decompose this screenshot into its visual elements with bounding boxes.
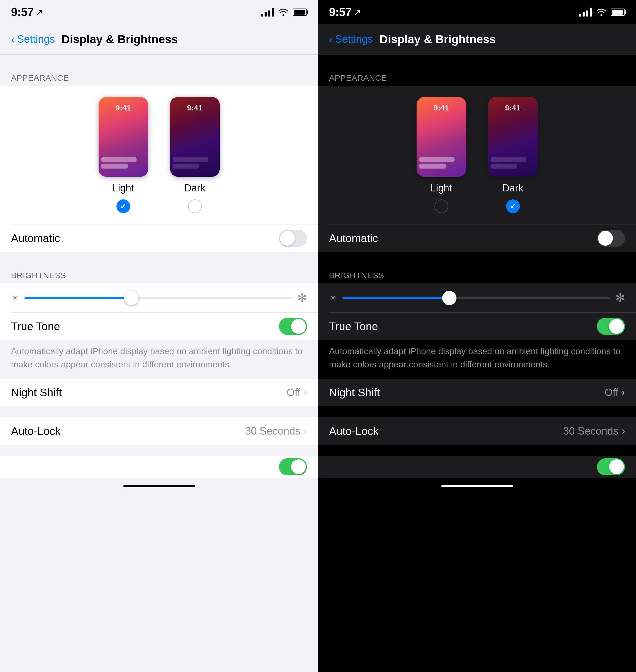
back-chevron-light: ‹: [11, 34, 15, 45]
dark-mode-radio[interactable]: [188, 199, 202, 213]
nav-bar-dark: ‹ Settings Display & Brightness: [318, 24, 636, 55]
brightness-section-dark: ☀ ✻ True Tone: [318, 283, 636, 340]
spacer-3-dark: [318, 406, 636, 417]
partial-toggle-light: [279, 458, 307, 475]
appearance-option-dark[interactable]: 9:41 Dark: [170, 97, 220, 213]
brightness-row-dark: ☀ ✻: [318, 283, 636, 312]
true-tone-note-light: Automatically adapt iPhone display based…: [0, 340, 318, 379]
brightness-track-dark[interactable]: [342, 297, 610, 299]
appearance-options-dark: 9:41 Light 9:41: [318, 86, 636, 224]
dark-mode-label-d: Dark: [502, 182, 523, 194]
appearance-options-light: 9:41 Light 9:41: [0, 86, 318, 224]
brightness-fill-light: [24, 297, 131, 299]
phone-preview-light-d: 9:41: [417, 97, 466, 177]
brightness-thumb-dark[interactable]: [442, 291, 456, 305]
automatic-label-dark: Automatic: [329, 232, 597, 244]
true-tone-label-light: True Tone: [11, 320, 279, 333]
signal-bars-light: [261, 8, 274, 17]
autolock-label-light: Auto-Lock: [11, 425, 245, 437]
true-tone-note-dark: Automatically adapt iPhone display based…: [318, 340, 636, 379]
night-shift-label-light: Night Shift: [11, 387, 286, 399]
spacer-2-light: [0, 252, 318, 263]
autolock-chevron-dark: ›: [622, 425, 625, 437]
location-icon-dark: ↗: [354, 7, 361, 17]
brightness-thumb-light[interactable]: [124, 291, 138, 305]
phone-time-dark: 9:41: [170, 103, 220, 112]
signal-bar-d2: [582, 12, 585, 17]
signal-bars-dark: [579, 8, 592, 17]
autolock-row-light[interactable]: Auto-Lock 30 Seconds ›: [0, 417, 318, 445]
signal-bar-3: [268, 11, 271, 17]
autolock-section-dark: Auto-Lock 30 Seconds ›: [318, 417, 636, 445]
automatic-row-light[interactable]: Automatic: [0, 224, 318, 252]
wifi-icon-light: [278, 8, 288, 16]
automatic-toggle-light[interactable]: [279, 230, 307, 247]
appearance-section-dark: 9:41 Light 9:41: [318, 86, 636, 252]
true-tone-label-dark: True Tone: [329, 320, 597, 333]
automatic-toggle-dark[interactable]: [597, 230, 625, 247]
night-shift-value-light: Off: [286, 387, 300, 398]
brightness-fill-dark: [342, 297, 449, 299]
appearance-header-light: APPEARANCE: [0, 65, 318, 86]
status-bar-dark: 9:57 ↗: [318, 0, 636, 24]
true-tone-toggle-dark[interactable]: [597, 318, 625, 335]
spacer-4-light: [0, 445, 318, 456]
light-mode-radio-d[interactable]: [435, 199, 448, 213]
true-tone-row-light[interactable]: True Tone: [0, 313, 318, 340]
phone-preview-dark: 9:41: [170, 97, 220, 177]
autolock-value-dark: 30 Seconds: [563, 425, 618, 437]
dark-mode-label: Dark: [184, 182, 205, 194]
signal-bar-d4: [590, 8, 592, 17]
true-tone-row-dark[interactable]: True Tone: [318, 313, 636, 340]
content-dark: APPEARANCE 9:41 Light: [318, 55, 636, 672]
autolock-row-dark[interactable]: Auto-Lock 30 Seconds ›: [318, 417, 636, 445]
brightness-max-icon-dark: ✻: [615, 291, 625, 304]
phone-time-light: 9:41: [99, 103, 148, 112]
nav-bar-light: ‹ Settings Display & Brightness: [0, 24, 318, 55]
wifi-icon-dark: [596, 8, 606, 16]
light-mode-label: Light: [112, 182, 134, 194]
bottom-bar-light: [0, 478, 318, 494]
brightness-header-dark: BRIGHTNESS: [318, 263, 636, 283]
phone-preview-dark-d: 9:41: [488, 97, 538, 177]
appearance-section-light: 9:41 Light 9:41: [0, 86, 318, 252]
battery-icon-dark: [611, 8, 625, 16]
brightness-min-icon-dark: ☀: [329, 293, 337, 303]
appearance-header-dark: APPEARANCE: [318, 65, 636, 86]
back-button-light[interactable]: ‹ Settings: [11, 33, 55, 45]
spacer-3-light: [0, 406, 318, 417]
true-tone-toggle-light[interactable]: [279, 318, 307, 335]
automatic-row-dark[interactable]: Automatic: [318, 224, 636, 252]
appearance-option-dark-d[interactable]: 9:41 Dark: [488, 97, 538, 213]
dark-panel: 9:57 ↗ ‹ Settings Display & Brightne: [318, 0, 636, 672]
night-shift-row-light[interactable]: Night Shift Off ›: [0, 379, 318, 406]
light-mode-label-d: Light: [430, 182, 452, 194]
status-time-light: 9:57: [11, 5, 34, 19]
signal-bar-4: [272, 8, 274, 17]
brightness-max-icon-light: ✻: [297, 291, 307, 304]
night-shift-section-light: Night Shift Off ›: [0, 379, 318, 406]
signal-bar-d3: [586, 11, 589, 17]
spacer-2-dark: [318, 252, 636, 263]
brightness-track-light[interactable]: [24, 297, 292, 299]
partial-row-light: [0, 456, 318, 478]
status-bar-light: 9:57 ↗: [0, 0, 318, 24]
light-mode-radio[interactable]: [117, 199, 130, 213]
signal-bar-1: [261, 14, 263, 17]
back-button-dark[interactable]: ‹ Settings: [329, 33, 373, 45]
brightness-min-icon-light: ☀: [11, 293, 19, 303]
appearance-option-light[interactable]: 9:41 Light: [99, 97, 148, 213]
automatic-label-light: Automatic: [11, 232, 279, 244]
battery-fill-light: [294, 9, 305, 15]
bottom-bar-dark: [318, 478, 636, 494]
autolock-label-dark: Auto-Lock: [329, 425, 563, 437]
spacer-1-light: [0, 55, 318, 65]
night-shift-chevron-dark: ›: [622, 387, 625, 398]
dark-mode-radio-d[interactable]: [506, 199, 520, 213]
night-shift-chevron-light: ›: [304, 387, 307, 398]
night-shift-row-dark[interactable]: Night Shift Off ›: [318, 379, 636, 406]
brightness-section-light: ☀ ✻ True Tone: [0, 283, 318, 340]
brightness-header-light: BRIGHTNESS: [0, 263, 318, 283]
appearance-option-light-d[interactable]: 9:41 Light: [417, 97, 466, 213]
nav-title-light: Display & Brightness: [61, 33, 178, 46]
